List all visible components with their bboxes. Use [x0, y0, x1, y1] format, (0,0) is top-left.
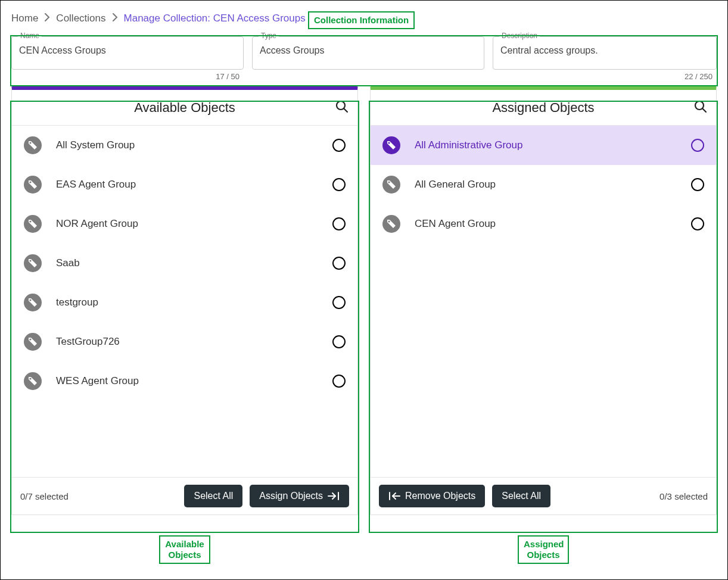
available-panel-footer: 0/7 selected Select All Assign Objects	[12, 477, 357, 514]
type-value: Access Groups	[260, 45, 477, 56]
available-panel-title: Available Objects	[134, 100, 235, 116]
list-item[interactable]: All General Group	[371, 165, 716, 204]
radio-circle-icon[interactable]	[691, 217, 704, 230]
list-item[interactable]: CEN Agent Group	[371, 204, 716, 244]
list-item-label: All Administrative Group	[415, 139, 677, 151]
svg-point-7	[29, 220, 31, 222]
arrow-left-from-bar-icon	[388, 491, 400, 501]
description-field[interactable]: Description Central access groups. 22 / …	[493, 36, 717, 70]
available-select-all-button[interactable]: Select All	[184, 485, 242, 507]
name-value: CEN Access Groups	[19, 45, 236, 56]
tag-icon	[24, 215, 42, 233]
breadcrumb-current: Manage Collection: CEN Access Groups	[124, 13, 306, 24]
list-item[interactable]: EAS Agent Group	[12, 165, 357, 204]
list-item-label: WES Agent Group	[56, 375, 318, 387]
assigned-selected-count: 0/3 selected	[659, 491, 708, 501]
available-panel: Available Objects All System GroupEAS Ag…	[11, 86, 358, 515]
radio-circle-icon[interactable]	[691, 178, 704, 191]
radio-circle-icon[interactable]	[332, 375, 346, 388]
page-root: Home Collections Manage Collection: CEN …	[0, 0, 728, 580]
tag-icon	[24, 254, 42, 272]
description-value: Central access groups.	[500, 45, 709, 56]
tag-icon	[382, 136, 400, 154]
tag-icon	[382, 176, 400, 194]
chevron-right-icon	[112, 13, 118, 24]
tag-icon	[24, 333, 42, 351]
assigned-panel-title: Assigned Objects	[492, 100, 594, 116]
svg-point-23	[388, 181, 390, 183]
panels-row: Available Objects All System GroupEAS Ag…	[11, 86, 717, 515]
name-counter: 17 / 50	[216, 72, 239, 81]
svg-point-9	[29, 260, 31, 261]
list-item[interactable]: TestGroup726	[12, 322, 357, 361]
tag-icon	[382, 215, 400, 233]
available-list[interactable]: All System GroupEAS Agent GroupNOR Agent…	[12, 126, 357, 477]
list-item-label: TestGroup726	[56, 336, 318, 348]
breadcrumb-home[interactable]: Home	[11, 13, 38, 24]
list-item-label: NOR Agent Group	[56, 218, 318, 230]
available-panel-header: Available Objects	[12, 90, 357, 126]
svg-point-11	[29, 299, 31, 301]
remove-objects-button[interactable]: Remove Objects	[379, 485, 485, 507]
svg-point-13	[29, 338, 31, 340]
annotation-label-available: Available Objects	[159, 535, 210, 564]
assigned-list[interactable]: All Administrative GroupAll General Grou…	[371, 126, 716, 477]
svg-point-5	[29, 181, 31, 183]
name-label: Name	[18, 32, 42, 40]
list-item[interactable]: WES Agent Group	[12, 361, 357, 401]
collection-info-row: Name CEN Access Groups 17 / 50 Type Acce…	[11, 36, 717, 70]
assigned-panel-footer: Remove Objects Select All 0/3 selected	[371, 477, 716, 514]
breadcrumb-collections[interactable]: Collections	[56, 13, 105, 24]
radio-circle-icon[interactable]	[332, 217, 346, 230]
chevron-right-icon	[44, 13, 50, 24]
svg-point-25	[388, 220, 390, 222]
type-field[interactable]: Type Access Groups	[252, 36, 484, 70]
breadcrumb: Home Collections Manage Collection: CEN …	[11, 13, 717, 24]
list-item-label: All General Group	[415, 179, 677, 191]
name-field[interactable]: Name CEN Access Groups 17 / 50	[11, 36, 244, 70]
button-label: Select All	[502, 491, 541, 501]
assign-objects-button[interactable]: Assign Objects	[250, 485, 349, 507]
radio-circle-icon[interactable]	[332, 139, 346, 152]
svg-point-3	[29, 142, 31, 144]
description-counter: 22 / 250	[685, 72, 713, 81]
search-icon[interactable]	[335, 99, 349, 116]
radio-circle-icon[interactable]	[691, 139, 704, 152]
annotation-label-assigned: Assigned Objects	[518, 535, 569, 564]
search-icon[interactable]	[693, 99, 708, 116]
list-item[interactable]: NOR Agent Group	[12, 204, 357, 244]
list-item[interactable]: All System Group	[12, 126, 357, 165]
button-label: Select All	[194, 491, 233, 501]
radio-circle-icon[interactable]	[332, 178, 346, 191]
list-item-label: testgroup	[56, 297, 318, 308]
tag-icon	[24, 372, 42, 390]
arrow-right-to-bar-icon	[328, 491, 340, 501]
list-item-label: EAS Agent Group	[56, 179, 318, 191]
svg-line-19	[702, 108, 706, 112]
assigned-panel: Assigned Objects All Administrative Grou…	[370, 86, 717, 515]
assigned-panel-header: Assigned Objects	[371, 90, 716, 126]
button-label: Assign Objects	[259, 491, 323, 501]
svg-line-1	[344, 108, 347, 112]
list-item[interactable]: Saab	[12, 244, 357, 283]
list-item-label: All System Group	[56, 139, 318, 151]
tag-icon	[24, 294, 42, 311]
type-label: Type	[259, 32, 279, 40]
tag-icon	[24, 136, 42, 154]
available-selected-count: 0/7 selected	[20, 491, 69, 501]
list-item-label: CEN Agent Group	[415, 218, 677, 230]
radio-circle-icon[interactable]	[332, 296, 346, 309]
description-label: Description	[499, 32, 540, 40]
svg-point-15	[29, 378, 31, 379]
radio-circle-icon[interactable]	[332, 257, 346, 270]
radio-circle-icon[interactable]	[332, 335, 346, 348]
list-item[interactable]: testgroup	[12, 283, 357, 322]
list-item[interactable]: All Administrative Group	[371, 126, 716, 165]
assigned-select-all-button[interactable]: Select All	[492, 485, 550, 507]
list-item-label: Saab	[56, 257, 318, 269]
svg-point-21	[388, 142, 390, 144]
button-label: Remove Objects	[405, 491, 475, 501]
tag-icon	[24, 176, 42, 194]
